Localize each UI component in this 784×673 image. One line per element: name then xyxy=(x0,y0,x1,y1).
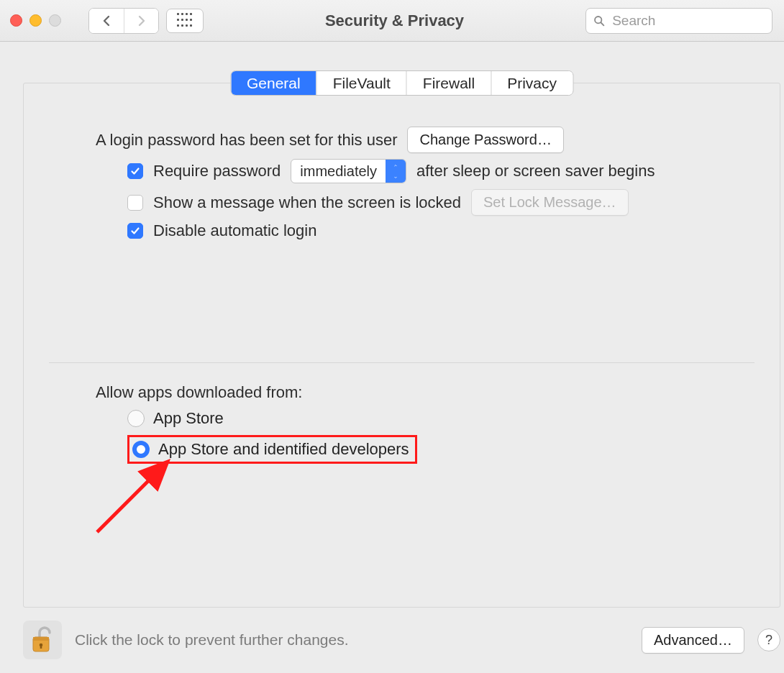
allow-apps-identified-row: App Store and identified developers xyxy=(127,435,755,464)
search-input[interactable] xyxy=(611,12,765,29)
search-icon xyxy=(593,14,605,27)
lock-button[interactable] xyxy=(23,621,62,659)
tabs: General FileVault Firewall Privacy xyxy=(230,70,573,96)
disable-auto-login-row: Disable automatic login xyxy=(127,221,755,240)
allow-apps-label: Allow apps downloaded from: xyxy=(96,383,755,402)
lock-hint-text: Click the lock to prevent further change… xyxy=(75,631,629,649)
check-icon xyxy=(130,226,140,236)
zoom-window-button[interactable] xyxy=(49,14,61,27)
search-field[interactable] xyxy=(585,8,772,34)
radio-app-store[interactable] xyxy=(127,410,145,427)
lock-open-icon xyxy=(30,626,55,654)
nav-back-forward xyxy=(88,8,159,34)
tab-filevault[interactable]: FileVault xyxy=(316,71,406,95)
require-password-post: after sleep or screen saver begins xyxy=(416,162,655,180)
require-password-delay-select[interactable]: immediately xyxy=(291,159,406,183)
minimize-window-button[interactable] xyxy=(29,14,42,27)
tab-general[interactable]: General xyxy=(231,71,316,95)
show-all-button[interactable] xyxy=(166,9,204,33)
check-icon xyxy=(130,166,140,176)
footer: Click the lock to prevent further change… xyxy=(23,620,780,660)
login-password-text: A login password has been set for this u… xyxy=(96,131,397,150)
advanced-button[interactable]: Advanced… xyxy=(642,627,744,654)
allow-apps-appstore-row: App Store xyxy=(127,409,755,428)
general-content: A login password has been set for this u… xyxy=(24,83,780,464)
window-toolbar: Security & Privacy xyxy=(0,0,784,42)
radio-identified-developers[interactable] xyxy=(132,441,150,458)
traffic-lights xyxy=(10,14,61,27)
radio-identified-developers-label: App Store and identified developers xyxy=(158,440,409,459)
show-message-label: Show a message when the screen is locked xyxy=(153,193,461,212)
forward-button[interactable] xyxy=(124,9,158,33)
select-stepper-icon xyxy=(386,160,406,183)
grid-icon xyxy=(177,13,193,29)
tab-privacy[interactable]: Privacy xyxy=(491,71,573,95)
help-button[interactable]: ? xyxy=(757,628,780,651)
divider xyxy=(49,362,755,363)
annotation-highlight: App Store and identified developers xyxy=(127,435,417,464)
svg-rect-6 xyxy=(40,645,42,649)
change-password-button[interactable]: Change Password… xyxy=(407,127,563,153)
close-window-button[interactable] xyxy=(10,14,22,27)
tab-firewall[interactable]: Firewall xyxy=(406,71,491,95)
login-password-row: A login password has been set for this u… xyxy=(96,127,755,153)
require-password-row: Require password immediately after sleep… xyxy=(127,159,755,183)
disable-auto-login-label: Disable automatic login xyxy=(153,221,316,240)
require-password-delay-value: immediately xyxy=(291,163,386,180)
disable-auto-login-checkbox[interactable] xyxy=(127,223,143,239)
svg-line-1 xyxy=(601,22,603,25)
window-title: Security & Privacy xyxy=(211,12,578,30)
chevron-right-icon xyxy=(137,15,146,27)
show-message-row: Show a message when the screen is locked… xyxy=(127,189,755,216)
svg-rect-4 xyxy=(33,637,49,641)
require-password-checkbox[interactable] xyxy=(127,163,143,179)
radio-app-store-label: App Store xyxy=(153,409,224,428)
chevron-left-icon xyxy=(102,15,111,27)
back-button[interactable] xyxy=(89,9,124,33)
show-message-checkbox[interactable] xyxy=(127,195,143,211)
prefs-panel: General FileVault Firewall Privacy A log… xyxy=(23,83,780,608)
require-password-pre: Require password xyxy=(153,162,281,180)
set-lock-message-button: Set Lock Message… xyxy=(471,189,629,216)
